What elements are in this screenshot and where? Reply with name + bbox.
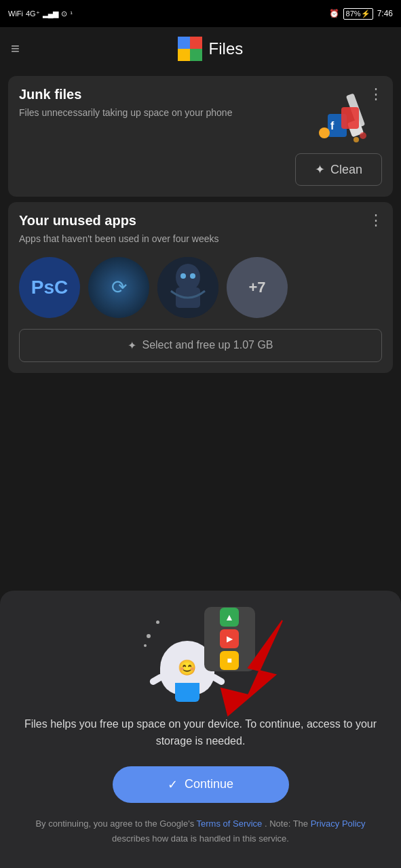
time-display: 7:46 (377, 9, 393, 18)
game-icon-svg (157, 257, 218, 318)
alarm-icon: ⏰ (329, 9, 339, 18)
sparkle-dot-1 (147, 634, 151, 638)
terms-text: By continuing, you agree to the Google's… (22, 816, 379, 846)
select-free-button[interactable]: ✦ Select and free up 1.07 GB (19, 329, 382, 362)
svg-rect-8 (341, 107, 359, 129)
svg-point-13 (176, 264, 200, 291)
modal-illustration: 😊 ▲ ▶ ■ (140, 607, 262, 702)
svg-point-9 (319, 127, 330, 138)
permission-modal: 😊 ▲ ▶ ■ Files helps you free up space on… (0, 591, 401, 868)
files-logo-icon (178, 37, 202, 61)
battery-icon: 87%⚡ (343, 8, 373, 20)
app-title-area: Files (178, 37, 244, 61)
status-right: ⏰ 87%⚡ 7:46 (329, 8, 393, 20)
app-title: Files (209, 39, 244, 58)
unused-apps-menu-icon[interactable]: ⋮ (368, 212, 383, 229)
wifi-icon: WiFi (8, 9, 23, 18)
app-bar: ≡ Files (0, 27, 401, 71)
signal-bars-icon: ▂▄▆ (43, 9, 59, 18)
privacy-policy-link[interactable]: Privacy Policy (311, 818, 366, 829)
svg-marker-1 (190, 37, 202, 49)
app-icons-row: PsC ⟳ +7 (19, 257, 382, 318)
svg-point-16 (190, 273, 195, 279)
checkmark-icon: ✓ (168, 777, 178, 792)
unused-apps-card: ⋮ Your unused apps Apps that haven't bee… (8, 202, 393, 373)
sparkle-icon: ✦ (315, 162, 325, 177)
menu-icon[interactable]: ≡ (11, 40, 20, 58)
svg-marker-2 (178, 49, 190, 61)
notification-badge: ¹ (70, 10, 72, 18)
svg-point-11 (354, 137, 359, 142)
svg-marker-0 (178, 37, 190, 49)
unused-apps-subtitle: Apps that haven't been used in over four… (19, 233, 382, 246)
status-left: WiFi 4G⁺ ▂▄▆ ⊙ ¹ (8, 9, 73, 18)
clean-button[interactable]: ✦ Clean (295, 153, 382, 186)
signal-4g-icon: 4G⁺ (26, 9, 40, 18)
junk-text-area: Junk files Files unnecessarily taking up… (19, 87, 314, 131)
app-icon-game[interactable] (157, 257, 218, 318)
svg-point-15 (180, 273, 186, 279)
sparkle-dot-3 (144, 644, 147, 647)
svg-marker-3 (190, 49, 202, 61)
junk-card-title: Junk files (19, 87, 314, 102)
red-arrow-annotation (187, 614, 296, 722)
terms-of-service-link[interactable]: Terms of Service (197, 818, 263, 829)
svg-point-10 (360, 132, 366, 139)
continue-button[interactable]: ✓ Continue (113, 766, 289, 803)
unused-apps-title: Your unused apps (19, 213, 382, 229)
sparkle-dot-2 (156, 620, 159, 624)
junk-files-card: Junk files Files unnecessarily taking up… (8, 76, 393, 197)
app-icon-more[interactable]: +7 (227, 257, 288, 318)
app-icon-steam[interactable]: ⟳ (88, 257, 149, 318)
app-icon-photoshop[interactable]: PsC (19, 257, 80, 318)
status-bar: WiFi 4G⁺ ▂▄▆ ⊙ ¹ ⏰ 87%⚡ 7:46 (0, 0, 401, 27)
junk-card-menu-icon[interactable]: ⋮ (368, 85, 383, 103)
location-icon: ⊙ (61, 9, 67, 18)
svg-text:f: f (330, 120, 335, 132)
sparkle-icon-2: ✦ (128, 339, 136, 352)
junk-card-subtitle: Files unnecessarily taking up space on y… (19, 106, 314, 120)
